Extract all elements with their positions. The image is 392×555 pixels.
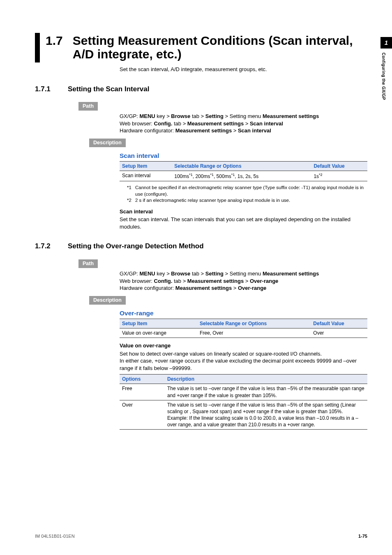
path-line: Web browser: Config. tab > Measurement s… [120,120,367,127]
param-text: Set how to detect over-range values on l… [120,350,367,358]
col-setup-item: Setup Item [120,161,172,171]
col-default: Default Value [311,319,367,328]
table-header-row: Setup Item Selectable Range or Options D… [120,161,367,171]
footnote: *1Cannot be specified if an electromagne… [127,185,367,197]
over-range-table: Setup Item Selectable Range or Options D… [120,319,367,338]
path-line: Hardware configurator: Measurement setti… [120,127,367,134]
page-footer: IM 04L51B01-01EN 1-75 [35,533,367,539]
cell-default: Over [311,328,367,338]
subsection-title: Setting the Over-range Detection Method [68,242,204,251]
cell-desc-line: Example: If the linear scaling scale is … [167,415,365,428]
path-line: GX/GP: MENU key > Browse tab > Setting >… [120,113,367,120]
cell-setup-item: Scan interval [120,171,172,181]
section-number: 1.7 [46,33,63,47]
table-row: Over The value is set to –over range if … [120,400,367,430]
cell-desc-line: The value is set to –over range if the v… [167,402,365,415]
cell-setup-item: Value on over-range [120,328,197,338]
col-options: Options [120,375,165,384]
col-range: Selectable Range or Options [172,161,311,171]
footnote-marker: *2 [127,197,135,204]
footnote-text: Cannot be specified if an electromagneti… [135,185,367,197]
scan-interval-table: Setup Item Selectable Range or Options D… [120,161,367,181]
cell-option: Free [120,384,165,400]
path-label: Path [78,102,98,111]
cell-description: The value is set to –over range if the v… [165,384,367,400]
path-body: GX/GP: MENU key > Browse tab > Setting >… [120,270,367,292]
description-label: Description [89,296,126,305]
cell-range: Free, Over [197,328,311,338]
section-title-block: 1.7 Setting Measurement Conditions (Scan… [35,33,367,62]
table-header-row: Setup Item Selectable Range or Options D… [120,319,367,328]
scan-interval-heading: Scan interval [120,152,367,160]
description-body: Scan interval Setup Item Selectable Rang… [120,152,367,230]
param-subheading: Value on over-range [120,342,367,349]
col-setup-item: Setup Item [120,319,197,328]
section-title: Setting Measurement Conditions (Scan int… [73,33,367,61]
path-label: Path [78,259,98,268]
subsection-heading: 1.7.2 Setting the Over-range Detection M… [35,242,367,251]
description-label: Description [89,139,126,147]
path-body: GX/GP: MENU key > Browse tab > Setting >… [120,113,367,134]
footnote-marker: *1 [127,185,135,197]
footnote-text: 2 s if an electromagnetic relay scanner … [135,197,290,204]
col-range: Selectable Range or Options [197,319,311,328]
table-row: Free The value is set to –over range if … [120,384,367,400]
path-line: Web browser: Config. tab > Measurement s… [120,278,367,285]
description-body: Over-range Setup Item Selectable Range o… [120,309,367,430]
table-row: Value on over-range Free, Over Over [120,328,367,338]
col-description: Description [165,375,367,384]
title-side-bar [35,33,40,62]
path-line: Hardware configurator: Measurement setti… [120,284,367,292]
param-text: Set the scan interval. The scan interval… [120,216,367,230]
subsection-title: Setting the Scan Interval [68,85,149,94]
table-header-row: Options Description [120,375,367,384]
param-text: In either case, +over range occurs if th… [120,357,367,372]
over-range-heading: Over-range [120,309,367,318]
param-subheading: Scan interval [120,208,367,215]
cell-option: Over [120,400,165,430]
subsection-number: 1.7.1 [35,85,68,94]
table-row: Scan interval 100ms*1, 200ms*1, 500ms*1,… [120,171,367,181]
footnote: *22 s if an electromagnetic relay scanne… [127,197,367,204]
cell-default: 1s*2 [311,171,367,181]
doc-id: IM 04L51B01-01EN [35,533,75,539]
footnotes: *1Cannot be specified if an electromagne… [127,185,367,204]
col-default: Default Value [311,161,367,171]
cell-range: 100ms*1, 200ms*1, 500ms*1, 1s, 2s, 5s [172,171,311,181]
subsection-heading: 1.7.1 Setting the Scan Interval [35,85,367,94]
section-intro: Set the scan interval, A/D integrate, me… [120,66,367,73]
options-table: Options Description Free The value is se… [120,374,367,430]
cell-description: The value is set to –over range if the v… [165,400,367,430]
path-line: GX/GP: MENU key > Browse tab > Setting >… [120,270,367,278]
subsection-number: 1.7.2 [35,242,68,251]
page-number: 1-75 [358,533,367,539]
